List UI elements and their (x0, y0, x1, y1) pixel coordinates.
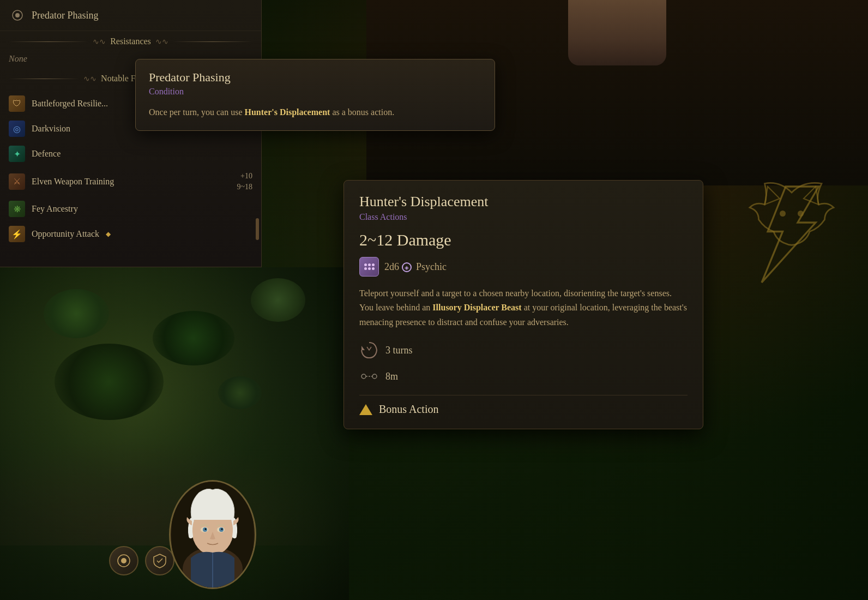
panel-header: Predator Phasing (0, 0, 261, 31)
features-swirl-left: ∿∿ (83, 74, 97, 83)
panel-title: Predator Phasing (32, 10, 98, 21)
hunters-title: Hunter's Displacement (359, 194, 688, 210)
darkvision-name: Darkvision (32, 124, 70, 134)
feature-defence[interactable]: ✦ Defence (0, 141, 261, 166)
range-icon (359, 367, 379, 386)
dice-value: 2d6 (384, 261, 399, 272)
predator-tooltip-title: Predator Phasing (149, 70, 481, 85)
diamond-marker: ◆ (106, 230, 111, 238)
svg-point-3 (15, 13, 20, 17)
darkvision-icon: ◎ (9, 121, 25, 137)
svg-point-5 (121, 558, 126, 563)
swirl-right: ∿∿ (155, 37, 168, 46)
battleforged-icon: 🛡 (9, 95, 25, 112)
hud-btn-1[interactable] (109, 546, 138, 575)
wolf-emblem (715, 153, 868, 316)
bonus-action-label: Bonus Action (379, 403, 438, 416)
tree-3 (251, 278, 305, 322)
svg-point-15 (205, 528, 207, 530)
svg-point-19 (372, 374, 377, 379)
tooltip-body-suffix: as a bonus action. (330, 107, 394, 117)
dice-icon (359, 257, 379, 277)
tree-1 (44, 289, 109, 338)
hunters-type: Class Actions (359, 212, 688, 222)
dot-2 (368, 263, 371, 266)
svg-point-18 (361, 374, 366, 379)
predator-tooltip-type: Condition (149, 87, 481, 97)
character-portrait (169, 480, 256, 589)
damage-type: Psychic (416, 261, 447, 272)
divider-right (173, 41, 252, 42)
range-row: 8m (359, 367, 688, 386)
tooltip-link[interactable]: Hunter's Displacement (245, 107, 330, 117)
fey-name: Fey Ancestry (32, 204, 78, 214)
hunters-description: Teleport yourself and a target to a chos… (359, 286, 688, 329)
turns-value: 3 turns (385, 345, 413, 356)
dice-dots (362, 261, 377, 272)
elven-icon: ⚔ (9, 173, 25, 190)
defence-name: Defence (32, 149, 61, 159)
tree-4 (55, 344, 164, 420)
feature-opportunity-attack[interactable]: ⚡ Opportunity Attack ◆ (0, 221, 261, 247)
svg-point-1 (798, 211, 804, 217)
fey-icon: ❋ (9, 201, 25, 217)
tree-2 (153, 311, 234, 365)
bonus-action-row: Bonus Action (359, 395, 688, 416)
defence-icon: ✦ (9, 146, 25, 162)
character-legs (568, 0, 666, 65)
dot-4 (364, 267, 367, 270)
hud-buttons (109, 546, 174, 575)
turns-row: 3 turns (359, 340, 688, 360)
dot-3 (372, 263, 375, 266)
dice-label: 2d6 ◈ Psychic (384, 261, 447, 273)
feature-elven-weapon-training[interactable]: ⚔ Elven Weapon Training +10 9~18 (0, 166, 261, 196)
svg-point-16 (221, 528, 223, 530)
dot-5 (368, 267, 371, 270)
tree-5 (218, 376, 262, 409)
dot-1 (364, 263, 367, 266)
elven-stats: +10 9~18 (237, 171, 252, 192)
damage-dice-row: 2d6 ◈ Psychic (359, 257, 688, 277)
bonus-action-icon (359, 404, 372, 415)
opportunity-name: Opportunity Attack (32, 229, 99, 239)
scrollbar[interactable] (256, 218, 259, 240)
elven-name: Elven Weapon Training (32, 177, 114, 187)
swirl-left: ∿∿ (93, 37, 106, 46)
turns-icon (359, 340, 379, 360)
svg-point-0 (780, 211, 786, 217)
predator-tooltip-body: Once per turn, you can use Hunter's Disp… (149, 105, 481, 119)
battleforged-name: Battleforged Resilie... (32, 99, 108, 109)
resistances-title: Resistances (110, 37, 151, 46)
psychic-icon: ◈ (402, 262, 412, 272)
panel-icon (9, 7, 26, 24)
tooltip-body-prefix: Once per turn, you can use (149, 107, 245, 117)
feature-fey-ancestry[interactable]: ❋ Fey Ancestry (0, 196, 261, 221)
hunters-displacement-panel: Hunter's Displacement Class Actions 2~12… (343, 180, 703, 429)
left-panel: Predator Phasing ∿∿ Resistances ∿∿ None … (0, 0, 262, 267)
divider-left (9, 41, 88, 42)
dot-6 (372, 267, 375, 270)
hunters-damage: 2~12 Damage (359, 231, 688, 249)
desc-link[interactable]: Illusory Displacer Beast (432, 303, 521, 312)
range-value: 8m (385, 371, 398, 382)
features-divider-left (9, 79, 79, 79)
predator-tooltip: Predator Phasing Condition Once per turn… (135, 59, 495, 131)
hud-btn-2[interactable] (145, 546, 174, 575)
resistances-divider: ∿∿ Resistances ∿∿ (0, 31, 261, 52)
opportunity-icon: ⚡ (9, 226, 25, 242)
